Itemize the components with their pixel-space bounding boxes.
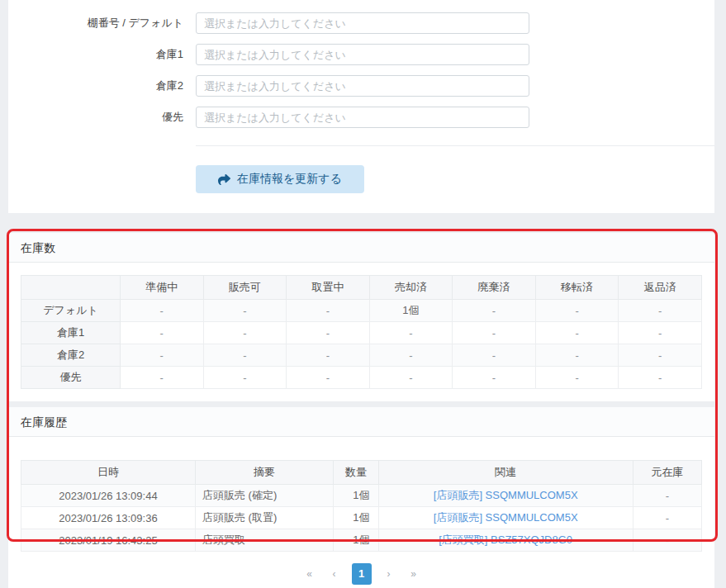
stock-count-body: 準備中 販売可 取置中 売却済 廃棄済 移転済 返品済 デフォルト - - - — [8, 263, 714, 401]
stock-update-form: 棚番号 / デフォルト 倉庫1 倉庫2 優先 在庫情報を更新する — [8, 0, 714, 213]
pagination: « ‹ 1 › » — [21, 563, 702, 585]
warehouse2-label: 倉庫2 — [8, 75, 183, 97]
stock-col-discarded: 廃棄済 — [453, 276, 536, 300]
prev-page-icon[interactable]: ‹ — [325, 563, 344, 585]
history-quantity: 1個 — [334, 529, 378, 552]
related-record-link[interactable]: [店頭販売] SSQMMULCOM5X — [434, 489, 578, 501]
stock-col-empty — [21, 276, 121, 300]
history-original: - — [633, 485, 701, 507]
stock-cell: - — [369, 344, 453, 367]
stock-count-header-row: 準備中 販売可 取置中 売却済 廃棄済 移転済 返品済 — [21, 276, 702, 300]
history-related: [店頭買取] BSZ57XQJD8G0 — [378, 529, 633, 552]
stock-col-preparing: 準備中 — [121, 276, 204, 300]
stock-cell: - — [121, 344, 204, 367]
table-row: 優先 - - - - - - - — [21, 367, 702, 389]
stock-col-onhold: 取置中 — [287, 276, 370, 300]
stock-cell: - — [369, 367, 453, 389]
shelf-default-label: 棚番号 / デフォルト — [8, 12, 183, 34]
spacer — [8, 401, 714, 407]
stock-cell: - — [369, 322, 453, 344]
stock-history-table: 日時 摘要 数量 関連 元在庫 2023/01/26 13:09:44 店頭販売… — [21, 460, 702, 552]
stock-cell: - — [535, 367, 619, 389]
stock-cell: - — [287, 344, 370, 367]
warehouse2-input[interactable] — [196, 75, 529, 97]
priority-label: 優先 — [8, 107, 183, 128]
stock-row-label: デフォルト — [21, 300, 121, 322]
stock-cell: - — [121, 300, 204, 322]
stock-cell: - — [453, 300, 536, 322]
warehouse1-input[interactable] — [196, 44, 529, 65]
stock-cell: - — [619, 344, 702, 367]
form-divider — [196, 145, 714, 146]
history-col-datetime: 日時 — [21, 461, 196, 485]
table-row: 倉庫1 - - - - - - - — [21, 322, 702, 344]
history-col-original: 元在庫 — [633, 461, 701, 485]
history-quantity: 1個 — [334, 485, 378, 507]
history-col-related: 関連 — [378, 461, 633, 485]
stock-row-label: 優先 — [21, 367, 121, 389]
history-datetime: 2023/01/26 13:09:44 — [21, 485, 196, 507]
history-related: [店頭販売] SSQMMULCOM5X — [378, 507, 633, 529]
stock-history-body: 日時 摘要 数量 関連 元在庫 2023/01/26 13:09:44 店頭販売… — [8, 437, 714, 588]
stock-col-sellable: 販売可 — [203, 276, 287, 300]
stock-col-returned: 返品済 — [619, 276, 702, 300]
update-stock-button-label: 在庫情報を更新する — [237, 172, 342, 187]
warehouse1-label: 倉庫1 — [8, 44, 183, 65]
history-datetime: 2023/01/19 16:43:25 — [21, 529, 196, 552]
history-original: - — [633, 529, 701, 552]
stock-history-title: 在庫履歴 — [8, 407, 714, 437]
last-page-icon[interactable]: » — [405, 563, 423, 585]
table-row: 2023/01/19 16:43:25 店頭買取 1個 [店頭買取] BSZ57… — [21, 529, 702, 552]
spacer — [8, 213, 714, 233]
stock-cell: - — [287, 300, 370, 322]
history-col-quantity: 数量 — [334, 461, 378, 485]
form-row-warehouse1: 倉庫1 — [8, 44, 714, 65]
share-arrow-icon — [218, 173, 230, 186]
update-stock-button[interactable]: 在庫情報を更新する — [196, 165, 364, 193]
stock-cell: - — [287, 322, 370, 344]
related-record-link[interactable]: [店頭販売] SSQMMULCOM5X — [434, 511, 578, 524]
history-summary: 店頭販売 (取置) — [195, 507, 333, 529]
stock-col-transferred: 移転済 — [535, 276, 619, 300]
stock-cell: - — [619, 367, 702, 389]
stock-cell: - — [453, 367, 536, 389]
stock-cell: - — [619, 322, 702, 344]
stock-count-panel: 在庫数 準備中 販売可 取置中 売却済 廃棄済 移転済 返品済 — [8, 233, 714, 401]
form-row-shelf: 棚番号 / デフォルト — [8, 12, 714, 34]
stock-cell: - — [203, 322, 287, 344]
next-page-icon[interactable]: › — [380, 563, 398, 585]
history-summary: 店頭買取 — [195, 529, 333, 552]
table-row: 2023/01/26 13:09:44 店頭販売 (確定) 1個 [店頭販売] … — [21, 485, 702, 507]
stock-row-label: 倉庫1 — [21, 322, 121, 344]
first-page-icon[interactable]: « — [301, 563, 319, 585]
stock-count-table: 準備中 販売可 取置中 売却済 廃棄済 移転済 返品済 デフォルト - - - — [21, 275, 702, 389]
stock-row-label: 倉庫2 — [21, 344, 121, 367]
stock-cell: 1個 — [369, 300, 453, 322]
priority-input[interactable] — [196, 107, 529, 128]
stock-cell: - — [453, 344, 536, 367]
stock-col-sold: 売却済 — [369, 276, 453, 300]
history-related: [店頭販売] SSQMMULCOM5X — [378, 485, 633, 507]
history-datetime: 2023/01/26 13:09:36 — [21, 507, 196, 529]
stock-cell: - — [287, 367, 370, 389]
shelf-default-input[interactable] — [196, 12, 529, 34]
stock-cell: - — [203, 367, 287, 389]
related-record-link[interactable]: [店頭買取] BSZ57XQJD8G0 — [439, 533, 572, 546]
table-row: デフォルト - - - 1個 - - - — [21, 300, 702, 322]
stock-cell: - — [453, 322, 536, 344]
form-row-priority: 優先 — [8, 107, 714, 128]
form-row-warehouse2: 倉庫2 — [8, 75, 714, 97]
stock-cell: - — [121, 367, 204, 389]
stock-cell: - — [535, 344, 619, 367]
page-number-current[interactable]: 1 — [352, 563, 372, 585]
history-col-summary: 摘要 — [195, 461, 333, 485]
stock-cell: - — [619, 300, 702, 322]
stock-cell: - — [203, 300, 287, 322]
page-content: 棚番号 / デフォルト 倉庫1 倉庫2 優先 在庫情報を更新する 在庫数 — [8, 0, 714, 588]
history-summary: 店頭販売 (確定) — [195, 485, 333, 507]
stock-cell: - — [535, 300, 619, 322]
stock-history-panel: 在庫履歴 日時 摘要 数量 関連 元在庫 2023/01/26 13:09:44 — [8, 407, 714, 588]
history-quantity: 1個 — [334, 507, 378, 529]
stock-cell: - — [203, 344, 287, 367]
table-row: 2023/01/26 13:09:36 店頭販売 (取置) 1個 [店頭販売] … — [21, 507, 702, 529]
